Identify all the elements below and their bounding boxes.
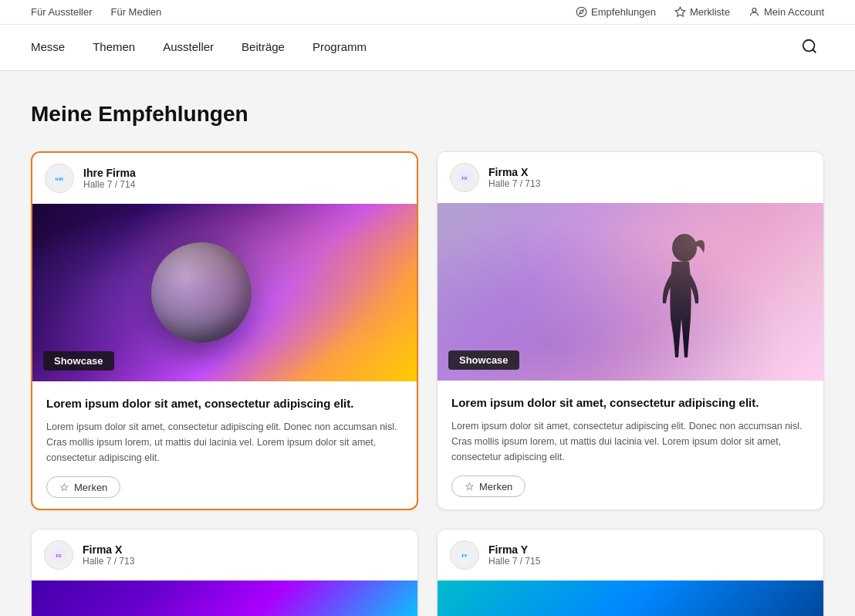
card-3-header: FX Firma X Halle 7 / 713: [32, 530, 417, 580]
card-2-info: Firma X Halle 7 / 713: [488, 166, 540, 189]
merkliste-link[interactable]: Merkliste: [674, 6, 730, 18]
card-2: FX Firma X Halle 7 / 713: [437, 151, 824, 510]
logo-icon-4: FY: [456, 547, 473, 564]
card-1-image-wrap: Showcase: [32, 204, 417, 381]
card-3-info: Firma X Halle 7 / 713: [83, 543, 134, 567]
card-4-image: [438, 580, 823, 616]
nav-aussteller-main[interactable]: Aussteller: [163, 26, 214, 69]
card-2-title: Lorem ipsum dolor sit amet, consectetur …: [451, 394, 809, 411]
logo-icon-3: FX: [50, 547, 67, 564]
svg-line-5: [813, 49, 816, 52]
card-2-star-icon: ☆: [465, 480, 475, 492]
card-3-company: Firma X: [83, 543, 134, 556]
star-icon-nav: [674, 6, 686, 18]
card-3: FX Firma X Halle 7 / 713: [31, 529, 418, 616]
card-4-hall: Halle 7 / 715: [488, 556, 540, 567]
card-1-star-icon: ☆: [59, 481, 69, 493]
svg-text:FX: FX: [461, 176, 467, 181]
card-3-image: [32, 580, 417, 616]
silhouette-svg: [646, 226, 715, 381]
card-1-title: Lorem ipsum dolor sit amet, consectetur …: [46, 395, 403, 411]
card-4-header: FY Firma Y Halle 7 / 715: [438, 530, 823, 580]
card-1-desc: Lorem ipsum dolor sit amet, consectetur …: [46, 419, 403, 465]
svg-marker-2: [675, 7, 685, 16]
card-3-hall: Halle 7 / 713: [83, 556, 134, 567]
nav-medien[interactable]: Für Medien: [110, 6, 161, 18]
card-1-merken-label: Merken: [74, 482, 107, 493]
empfehlungen-link[interactable]: Empfehlungen: [576, 6, 656, 18]
svg-point-0: [576, 7, 586, 17]
card-1-body: Lorem ipsum dolor sit amet, consectetur …: [32, 381, 417, 509]
search-icon: [801, 38, 818, 55]
page-title: Meine Empfehlungen: [31, 102, 824, 127]
top-bar-right: Empfehlungen Merkliste Mein Account: [576, 6, 824, 18]
nav-beitraege[interactable]: Beiträge: [242, 26, 285, 69]
card-2-hall: Halle 7 / 713: [488, 178, 540, 189]
card-4-image-wrap: [438, 580, 823, 616]
card-1-header: IHR Ihre Firma Halle 7 / 714: [32, 153, 417, 204]
logo-icon-2: FX: [456, 169, 473, 186]
user-icon: [749, 6, 760, 18]
card-2-desc: Lorem ipsum dolor sit amet, consectetur …: [451, 418, 809, 465]
svg-text:FY: FY: [461, 553, 467, 558]
card-2-body: Lorem ipsum dolor sit amet, consectetur …: [438, 381, 823, 508]
page-content: Meine Empfehlungen IHR Ihre Firma Halle …: [0, 71, 855, 616]
svg-text:FX: FX: [56, 553, 61, 558]
card-3-logo: FX: [44, 540, 73, 570]
svg-marker-1: [580, 10, 583, 14]
card-2-company: Firma X: [488, 166, 540, 178]
svg-point-4: [803, 40, 815, 52]
nav-aussteller[interactable]: Für Aussteller: [31, 6, 92, 18]
top-bar-left: Für Aussteller Für Medien: [31, 6, 161, 18]
svg-point-12: [672, 234, 697, 262]
card-2-image-wrap: Showcase: [438, 203, 823, 381]
card-2-header: FX Firma X Halle 7 / 713: [438, 152, 823, 203]
card-4: FY Firma Y Halle 7 / 715: [437, 529, 824, 616]
card-1-info: Ihre Firma Halle 7 / 714: [83, 167, 136, 190]
card-1: IHR Ihre Firma Halle 7 / 714 Showcase Lo…: [31, 151, 418, 510]
card-3-image-wrap: [32, 580, 417, 616]
card-1-globe: [151, 242, 252, 343]
card-2-logo: FX: [450, 163, 479, 192]
card-1-company: Ihre Firma: [83, 167, 136, 179]
logo-icon-1: IHR: [51, 170, 68, 187]
card-4-company: Firma Y: [488, 543, 540, 556]
card-4-logo: FY: [450, 540, 479, 570]
card-2-badge: Showcase: [448, 350, 519, 370]
card-2-merken-label: Merken: [479, 481, 512, 492]
nav-programm[interactable]: Programm: [313, 26, 367, 69]
nav-links: Messe Themen Aussteller Beiträge Program…: [31, 26, 367, 69]
search-button[interactable]: [795, 32, 824, 63]
account-link[interactable]: Mein Account: [749, 6, 824, 18]
top-bar: Für Aussteller Für Medien Empfehlungen M…: [0, 0, 855, 25]
card-1-hall: Halle 7 / 714: [83, 179, 136, 190]
svg-text:IHR: IHR: [56, 176, 64, 181]
svg-point-3: [752, 8, 756, 12]
card-1-merken-button[interactable]: ☆ Merken: [46, 476, 120, 498]
nav-themen[interactable]: Themen: [93, 26, 135, 69]
cards-grid: IHR Ihre Firma Halle 7 / 714 Showcase Lo…: [31, 151, 824, 616]
main-nav: Messe Themen Aussteller Beiträge Program…: [0, 25, 855, 71]
card-2-merken-button[interactable]: ☆ Merken: [451, 476, 526, 497]
card-1-logo: IHR: [45, 164, 74, 193]
card-1-badge: Showcase: [43, 351, 114, 371]
card-4-info: Firma Y Halle 7 / 715: [488, 543, 540, 567]
nav-messe[interactable]: Messe: [31, 26, 65, 69]
compass-icon: [576, 6, 587, 18]
